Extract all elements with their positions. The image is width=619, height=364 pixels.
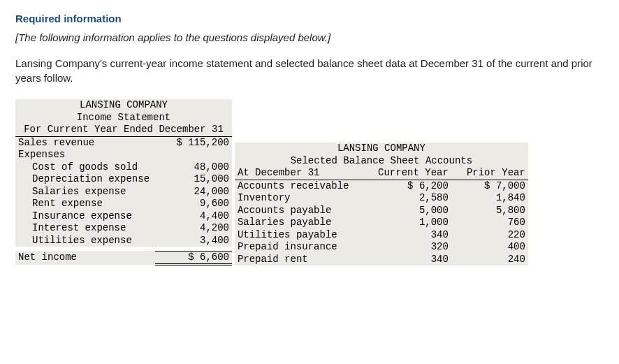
row-sales-value: $ 115,200 bbox=[155, 136, 232, 149]
bs-row-pri: 220 bbox=[451, 229, 528, 242]
row-net-value: $ 6,600 bbox=[155, 251, 232, 265]
row-util-value: 3,400 bbox=[155, 235, 232, 247]
table-row: Utilities payable 340 220 bbox=[235, 229, 528, 242]
is-title: Income Statement bbox=[15, 112, 232, 124]
row-int-value: 4,200 bbox=[155, 222, 232, 235]
row-util-label: Utilities expense bbox=[15, 235, 155, 247]
bs-row-pri: 1,840 bbox=[451, 192, 528, 205]
bs-row-pri: 240 bbox=[451, 254, 528, 266]
bs-row-label: Accounts payable bbox=[235, 205, 374, 217]
row-int-label: Interest expense bbox=[15, 222, 155, 235]
bs-row-label: Prepaid insurance bbox=[235, 241, 374, 254]
is-period: For Current Year Ended December 31 bbox=[15, 124, 232, 136]
table-row: Prepaid rent 340 240 bbox=[235, 254, 528, 266]
bs-row-pri: 760 bbox=[451, 217, 528, 229]
bs-date-label: At December 31 bbox=[235, 167, 374, 180]
table-row: Salaries payable 1,000 760 bbox=[235, 217, 528, 229]
table-row: Inventory 2,580 1,840 bbox=[235, 192, 528, 205]
bs-row-pri: 5,800 bbox=[451, 205, 528, 217]
bs-row-label: Inventory bbox=[235, 192, 374, 205]
bs-row-pri: 400 bbox=[451, 241, 528, 254]
bs-row-cur: 2,580 bbox=[374, 192, 451, 205]
bs-row-label: Prepaid rent bbox=[235, 254, 374, 266]
income-statement: LANSING COMPANY Income Statement For Cur… bbox=[15, 99, 232, 265]
row-dep-value: 15,000 bbox=[155, 173, 232, 186]
applies-note: [The following information applies to th… bbox=[15, 31, 604, 43]
row-ins-label: Insurance expense bbox=[15, 210, 155, 223]
bs-row-cur: 1,000 bbox=[374, 217, 451, 229]
bs-col-prior: Prior Year bbox=[451, 167, 528, 180]
row-ins-value: 4,400 bbox=[155, 210, 232, 223]
row-sales-label: Sales revenue bbox=[15, 136, 155, 149]
row-cogs-label: Cost of goods sold bbox=[15, 161, 155, 174]
row-cogs-value: 48,000 bbox=[155, 161, 232, 174]
table-row: Accounts receivable $ 6,200 $ 7,000 bbox=[235, 180, 528, 192]
bs-row-cur: 5,000 bbox=[374, 205, 451, 217]
bs-row-cur: 320 bbox=[374, 241, 451, 254]
table-row: Prepaid insurance 320 400 bbox=[235, 241, 528, 254]
bs-row-label: Accounts receivable bbox=[235, 180, 374, 192]
row-rent-label: Rent expense bbox=[15, 198, 155, 210]
bs-row-cur: 340 bbox=[374, 254, 451, 266]
bs-row-cur: 340 bbox=[374, 229, 451, 242]
bs-col-current: Current Year bbox=[374, 167, 451, 180]
intro-paragraph: Lansing Company's current-year income st… bbox=[15, 56, 604, 85]
row-dep-label: Depreciation expense bbox=[15, 173, 155, 186]
bs-row-label: Utilities payable bbox=[235, 229, 374, 242]
bs-row-cur: $ 6,200 bbox=[374, 180, 451, 192]
row-net-label: Net income bbox=[15, 251, 155, 265]
table-row: Accounts payable 5,000 5,800 bbox=[235, 205, 528, 217]
balance-sheet: LANSING COMPANY Selected Balance Sheet A… bbox=[235, 143, 528, 265]
bs-row-pri: $ 7,000 bbox=[451, 180, 528, 192]
row-expenses-value bbox=[155, 149, 232, 161]
is-company: LANSING COMPANY bbox=[15, 99, 232, 112]
row-rent-value: 9,600 bbox=[155, 198, 232, 210]
row-sal-label: Salaries expense bbox=[15, 186, 155, 198]
bs-row-label: Salaries payable bbox=[235, 217, 374, 229]
bs-title: Selected Balance Sheet Accounts bbox=[235, 155, 528, 168]
bs-company: LANSING COMPANY bbox=[235, 143, 528, 155]
row-sal-value: 24,000 bbox=[155, 186, 232, 198]
required-information-heading: Required information bbox=[15, 13, 604, 24]
row-expenses-label: Expenses bbox=[15, 149, 155, 161]
